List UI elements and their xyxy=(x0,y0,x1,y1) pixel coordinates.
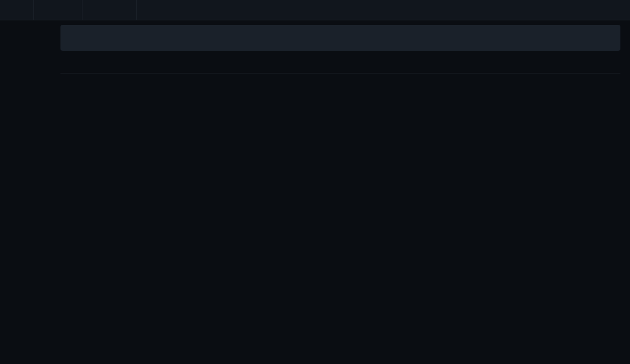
column-header-bar xyxy=(0,0,630,20)
column-header-self xyxy=(34,0,82,20)
instruction-table-header xyxy=(60,56,620,73)
specialization-summary xyxy=(60,25,620,51)
column-header-code xyxy=(137,0,630,20)
column-header-total xyxy=(82,0,137,20)
column-header-line xyxy=(0,0,34,20)
expanded-line-detail-panel xyxy=(51,20,630,77)
